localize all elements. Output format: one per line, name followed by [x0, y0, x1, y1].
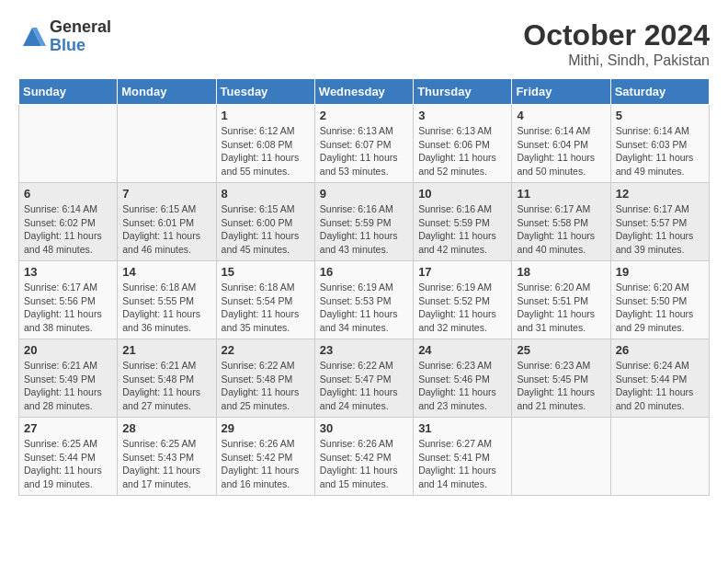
day-info: Sunrise: 6:20 AM Sunset: 5:50 PM Dayligh… [616, 281, 704, 335]
day-number: 16 [320, 265, 408, 279]
day-cell: 12Sunrise: 6:17 AM Sunset: 5:57 PM Dayli… [610, 183, 709, 261]
week-row-5: 27Sunrise: 6:25 AM Sunset: 5:44 PM Dayli… [19, 418, 710, 496]
day-info: Sunrise: 6:17 AM Sunset: 5:57 PM Dayligh… [616, 202, 704, 257]
location-title: Mithi, Sindh, Pakistan [523, 52, 710, 69]
day-cell: 19Sunrise: 6:20 AM Sunset: 5:50 PM Dayli… [610, 261, 709, 339]
day-cell [610, 418, 709, 496]
day-cell: 16Sunrise: 6:19 AM Sunset: 5:53 PM Dayli… [314, 261, 413, 339]
day-info: Sunrise: 6:26 AM Sunset: 5:42 PM Dayligh… [222, 437, 310, 491]
day-cell: 27Sunrise: 6:25 AM Sunset: 5:44 PM Dayli… [19, 418, 118, 496]
day-cell [118, 105, 216, 183]
day-info: Sunrise: 6:20 AM Sunset: 5:51 PM Dayligh… [517, 281, 605, 335]
day-number: 11 [517, 187, 605, 201]
day-cell: 18Sunrise: 6:20 AM Sunset: 5:51 PM Dayli… [512, 261, 610, 339]
day-info: Sunrise: 6:14 AM Sunset: 6:03 PM Dayligh… [616, 124, 704, 178]
day-number: 21 [122, 343, 210, 357]
day-number: 12 [616, 187, 704, 201]
day-cell: 9Sunrise: 6:16 AM Sunset: 5:59 PM Daylig… [314, 183, 413, 261]
logo-icon [18, 23, 46, 51]
page-header: General Blue October 2024 Mithi, Sindh, … [18, 18, 710, 69]
day-cell: 22Sunrise: 6:22 AM Sunset: 5:48 PM Dayli… [216, 339, 314, 418]
day-info: Sunrise: 6:22 AM Sunset: 5:48 PM Dayligh… [222, 359, 310, 413]
day-number: 8 [222, 187, 310, 201]
day-number: 3 [418, 109, 506, 122]
day-number: 29 [222, 421, 310, 435]
day-info: Sunrise: 6:13 AM Sunset: 6:07 PM Dayligh… [320, 124, 408, 178]
day-info: Sunrise: 6:14 AM Sunset: 6:02 PM Dayligh… [24, 202, 112, 257]
day-info: Sunrise: 6:17 AM Sunset: 5:58 PM Dayligh… [517, 202, 605, 257]
day-cell: 11Sunrise: 6:17 AM Sunset: 5:58 PM Dayli… [512, 183, 610, 261]
day-number: 13 [24, 265, 112, 279]
day-cell: 31Sunrise: 6:27 AM Sunset: 5:41 PM Dayli… [414, 418, 512, 496]
calendar-body: 1Sunrise: 6:12 AM Sunset: 6:08 PM Daylig… [19, 105, 710, 496]
day-cell: 28Sunrise: 6:25 AM Sunset: 5:43 PM Dayli… [118, 418, 216, 496]
day-cell: 1Sunrise: 6:12 AM Sunset: 6:08 PM Daylig… [216, 105, 314, 183]
day-info: Sunrise: 6:14 AM Sunset: 6:04 PM Dayligh… [517, 124, 605, 178]
day-cell: 29Sunrise: 6:26 AM Sunset: 5:42 PM Dayli… [216, 418, 314, 496]
day-info: Sunrise: 6:25 AM Sunset: 5:44 PM Dayligh… [24, 437, 112, 491]
day-cell: 21Sunrise: 6:21 AM Sunset: 5:48 PM Dayli… [118, 339, 216, 418]
day-cell [19, 105, 118, 183]
logo-general-text: General [50, 18, 111, 37]
title-section: October 2024 Mithi, Sindh, Pakistan [523, 18, 710, 69]
day-number: 5 [616, 109, 704, 122]
day-number: 17 [418, 265, 506, 279]
day-number: 26 [616, 343, 704, 357]
week-row-1: 1Sunrise: 6:12 AM Sunset: 6:08 PM Daylig… [19, 105, 710, 183]
week-row-2: 6Sunrise: 6:14 AM Sunset: 6:02 PM Daylig… [19, 183, 710, 261]
day-number: 22 [222, 343, 310, 357]
day-info: Sunrise: 6:24 AM Sunset: 5:44 PM Dayligh… [616, 359, 704, 413]
week-row-3: 13Sunrise: 6:17 AM Sunset: 5:56 PM Dayli… [19, 261, 710, 339]
day-cell: 20Sunrise: 6:21 AM Sunset: 5:49 PM Dayli… [19, 339, 118, 418]
day-info: Sunrise: 6:12 AM Sunset: 6:08 PM Dayligh… [222, 124, 310, 178]
day-info: Sunrise: 6:15 AM Sunset: 6:01 PM Dayligh… [122, 202, 210, 257]
day-info: Sunrise: 6:18 AM Sunset: 5:54 PM Dayligh… [222, 281, 310, 335]
day-number: 9 [320, 187, 408, 201]
day-number: 15 [222, 265, 310, 279]
day-number: 20 [24, 343, 112, 357]
day-number: 19 [616, 265, 704, 279]
day-number: 30 [320, 421, 408, 435]
day-header-monday: Monday [118, 79, 216, 105]
day-cell: 25Sunrise: 6:23 AM Sunset: 5:45 PM Dayli… [512, 339, 610, 418]
day-cell: 14Sunrise: 6:18 AM Sunset: 5:55 PM Dayli… [118, 261, 216, 339]
day-header-saturday: Saturday [610, 79, 709, 105]
day-info: Sunrise: 6:23 AM Sunset: 5:45 PM Dayligh… [517, 359, 605, 413]
day-cell: 10Sunrise: 6:16 AM Sunset: 5:59 PM Dayli… [414, 183, 512, 261]
day-cell: 23Sunrise: 6:22 AM Sunset: 5:47 PM Dayli… [314, 339, 413, 418]
day-cell: 30Sunrise: 6:26 AM Sunset: 5:42 PM Dayli… [314, 418, 413, 496]
day-info: Sunrise: 6:16 AM Sunset: 5:59 PM Dayligh… [320, 202, 408, 257]
day-cell: 17Sunrise: 6:19 AM Sunset: 5:52 PM Dayli… [414, 261, 512, 339]
day-number: 2 [320, 109, 408, 122]
logo: General Blue [18, 18, 111, 55]
day-header-wednesday: Wednesday [314, 79, 413, 105]
day-number: 31 [418, 421, 506, 435]
day-info: Sunrise: 6:22 AM Sunset: 5:47 PM Dayligh… [320, 359, 408, 413]
day-number: 7 [122, 187, 210, 201]
day-number: 10 [418, 187, 506, 201]
day-cell: 7Sunrise: 6:15 AM Sunset: 6:01 PM Daylig… [118, 183, 216, 261]
day-cell: 13Sunrise: 6:17 AM Sunset: 5:56 PM Dayli… [19, 261, 118, 339]
day-info: Sunrise: 6:27 AM Sunset: 5:41 PM Dayligh… [418, 437, 506, 491]
day-number: 18 [517, 265, 605, 279]
day-number: 23 [320, 343, 408, 357]
day-info: Sunrise: 6:21 AM Sunset: 5:48 PM Dayligh… [122, 359, 210, 413]
day-number: 28 [122, 421, 210, 435]
day-info: Sunrise: 6:26 AM Sunset: 5:42 PM Dayligh… [320, 437, 408, 491]
day-header-tuesday: Tuesday [216, 79, 314, 105]
day-number: 25 [517, 343, 605, 357]
header-row: SundayMondayTuesdayWednesdayThursdayFrid… [19, 79, 710, 105]
day-info: Sunrise: 6:13 AM Sunset: 6:06 PM Dayligh… [418, 124, 506, 178]
day-cell: 2Sunrise: 6:13 AM Sunset: 6:07 PM Daylig… [314, 105, 413, 183]
day-number: 1 [222, 109, 310, 122]
day-info: Sunrise: 6:19 AM Sunset: 5:52 PM Dayligh… [418, 281, 506, 335]
month-title: October 2024 [523, 18, 710, 52]
day-number: 6 [24, 187, 112, 201]
day-header-friday: Friday [512, 79, 610, 105]
day-info: Sunrise: 6:25 AM Sunset: 5:43 PM Dayligh… [122, 437, 210, 491]
day-cell: 15Sunrise: 6:18 AM Sunset: 5:54 PM Dayli… [216, 261, 314, 339]
day-info: Sunrise: 6:16 AM Sunset: 5:59 PM Dayligh… [418, 202, 506, 257]
day-info: Sunrise: 6:15 AM Sunset: 6:00 PM Dayligh… [222, 202, 310, 257]
day-cell: 26Sunrise: 6:24 AM Sunset: 5:44 PM Dayli… [610, 339, 709, 418]
day-cell: 3Sunrise: 6:13 AM Sunset: 6:06 PM Daylig… [414, 105, 512, 183]
